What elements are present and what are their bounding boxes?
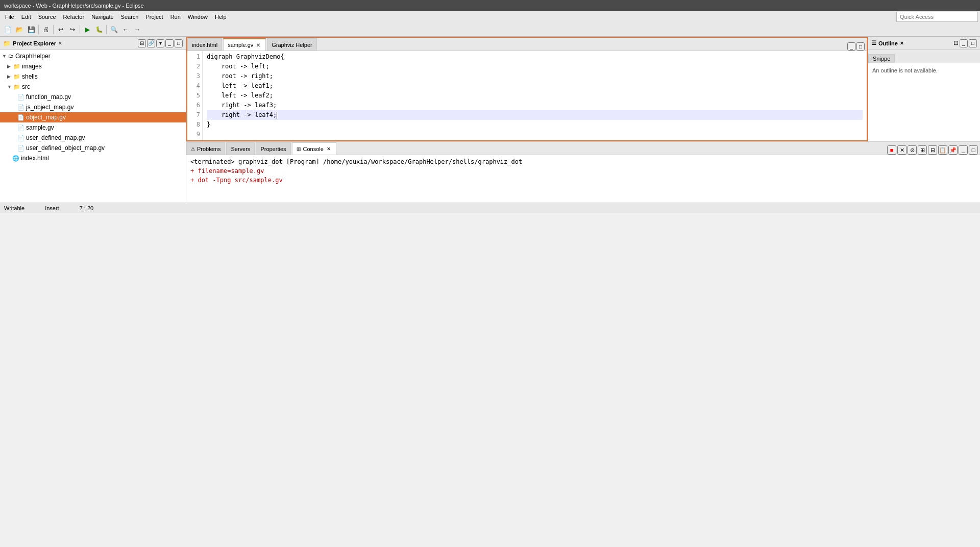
tab-graphviz-helper[interactable]: Graphviz Helper bbox=[267, 38, 316, 51]
menu-source[interactable]: Source bbox=[35, 13, 59, 21]
tree-item-images[interactable]: ▶ 📁 images bbox=[0, 61, 186, 71]
expand-shells: ▶ bbox=[7, 74, 12, 79]
menu-window[interactable]: Window bbox=[185, 13, 211, 21]
tab-index-html[interactable]: index.html bbox=[187, 38, 222, 51]
console-clear-btn[interactable]: ⊘ bbox=[908, 145, 917, 155]
tree-item-function-map[interactable]: 📄 function_map.gv bbox=[0, 92, 186, 102]
pe-view-menu-btn[interactable]: ▾ bbox=[156, 39, 164, 47]
quick-access-input[interactable] bbox=[896, 12, 978, 22]
menu-search[interactable]: Search bbox=[118, 13, 142, 21]
outline-content: An outline is not available. bbox=[868, 63, 980, 141]
code-editor[interactable]: digraph GraphvizDemo{ root -> left; root… bbox=[203, 51, 867, 140]
tree-label-images: images bbox=[22, 63, 42, 70]
tree-item-graphhelper[interactable]: ▼ 🗂 GraphHelper bbox=[0, 51, 186, 61]
tab-sample-gv[interactable]: sample.gv ✕ bbox=[223, 38, 266, 51]
pe-link-btn[interactable]: 🔗 bbox=[147, 39, 155, 47]
open-btn[interactable]: 📂 bbox=[14, 24, 25, 35]
pe-close-marker: ✕ bbox=[58, 41, 62, 46]
console-btn4[interactable]: ⊞ bbox=[918, 145, 927, 155]
console-btn7[interactable]: 📌 bbox=[948, 145, 958, 155]
menu-file[interactable]: File bbox=[2, 13, 17, 21]
pe-minimize-btn[interactable]: _ bbox=[165, 39, 174, 47]
tree-item-user-defined-object-map[interactable]: 📄 user_defined_object_map.gv bbox=[0, 143, 186, 153]
forward-btn[interactable]: → bbox=[132, 24, 143, 35]
line-num-4: 4 bbox=[187, 81, 200, 91]
code-line-7: right -> leaf4; bbox=[207, 110, 863, 120]
run-btn[interactable]: ▶ bbox=[82, 24, 93, 35]
title-text: workspace - Web - GraphHelper/src/sample… bbox=[4, 3, 144, 9]
outline-minimize-btn[interactable]: _ bbox=[960, 39, 968, 47]
tree-item-src[interactable]: ▼ 📁 src bbox=[0, 82, 186, 92]
code-line-1: digraph GraphvizDemo{ bbox=[207, 52, 863, 62]
tab-properties[interactable]: Properties bbox=[256, 142, 290, 155]
console-stop-btn[interactable]: ■ bbox=[887, 145, 896, 155]
line-num-3: 3 bbox=[187, 71, 200, 81]
tree-item-index-html[interactable]: 🌐 index.html bbox=[0, 153, 186, 163]
tree-item-shells[interactable]: ▶ 📁 shells bbox=[0, 71, 186, 82]
status-position: 7 : 20 bbox=[80, 205, 94, 211]
line-numbers: 1 2 3 4 5 6 7 8 9 bbox=[187, 51, 203, 140]
new-btn[interactable]: 📄 bbox=[2, 24, 13, 35]
tree-item-js-object-map[interactable]: 📄 js_object_map.gv bbox=[0, 102, 186, 112]
pe-collapse-btn[interactable]: ⊟ bbox=[138, 39, 146, 47]
pe-maximize-btn[interactable]: □ bbox=[175, 39, 183, 47]
console-output: <terminated> graphviz_dot [Program] /hom… bbox=[186, 155, 980, 203]
outline-header: ☰ Outline ✕ ⊡ _ □ bbox=[868, 37, 980, 50]
console-text-3: + dot -Tpng src/sample.gv bbox=[190, 177, 283, 184]
tree-label-index-html: index.html bbox=[21, 155, 49, 162]
console-btn6[interactable]: 📋 bbox=[938, 145, 947, 155]
code-line-6: right -> leaf3; bbox=[207, 101, 863, 110]
redo-btn[interactable]: ↪ bbox=[67, 24, 78, 35]
editor-minimize-btn[interactable]: _ bbox=[847, 42, 855, 51]
bottom-panel: ⚠ Problems Servers Properties ▥ Console … bbox=[186, 141, 980, 203]
editor-content[interactable]: 1 2 3 4 5 6 7 8 9 digraph GraphvizDemo{ … bbox=[187, 51, 867, 140]
menu-project[interactable]: Project bbox=[142, 13, 166, 21]
menu-run[interactable]: Run bbox=[167, 13, 184, 21]
tree-item-object-map[interactable]: 📄 object_map.gv bbox=[0, 112, 186, 122]
code-line-2: root -> left; bbox=[207, 62, 863, 71]
menu-refactor[interactable]: Refactor bbox=[60, 13, 88, 21]
code-line-3: root -> right; bbox=[207, 71, 863, 81]
search-btn[interactable]: 🔍 bbox=[108, 24, 119, 35]
console-minimize-btn[interactable]: _ bbox=[959, 145, 968, 155]
menu-help[interactable]: Help bbox=[212, 13, 230, 21]
tab-servers[interactable]: Servers bbox=[226, 142, 255, 155]
console-maximize-btn[interactable]: □ bbox=[969, 145, 978, 155]
console-text-2: + filename=sample.gv bbox=[190, 167, 264, 175]
tree-item-sample-gv[interactable]: 📄 sample.gv bbox=[0, 122, 186, 133]
debug-btn[interactable]: 🐛 bbox=[93, 24, 105, 35]
menu-navigate[interactable]: Navigate bbox=[88, 13, 116, 21]
undo-btn[interactable]: ↩ bbox=[55, 24, 66, 35]
line-num-9: 9 bbox=[187, 130, 200, 139]
outline-icon: ☰ bbox=[871, 40, 876, 46]
tab-close-console[interactable]: ✕ bbox=[326, 146, 332, 152]
console-line-2: + filename=sample.gv bbox=[190, 166, 976, 176]
print-btn[interactable]: 🖨 bbox=[40, 24, 52, 35]
sep3 bbox=[80, 25, 80, 34]
menu-edit[interactable]: Edit bbox=[18, 13, 34, 21]
file-icon-function-map: 📄 bbox=[17, 94, 24, 101]
tree-label-function-map: function_map.gv bbox=[26, 93, 71, 101]
console-btn5[interactable]: ⊟ bbox=[928, 145, 937, 155]
code-line-9 bbox=[207, 130, 863, 139]
tab-problems[interactable]: ⚠ Problems bbox=[186, 142, 225, 155]
editor-maximize-btn[interactable]: □ bbox=[856, 42, 865, 51]
back-btn[interactable]: ← bbox=[120, 24, 131, 35]
file-icon-user-defined-object-map: 📄 bbox=[17, 145, 24, 152]
tab-close-sample-gv[interactable]: ✕ bbox=[255, 42, 261, 48]
project-explorer-header: 📁 Project Explorer ✕ ⊟ 🔗 ▾ _ □ bbox=[0, 37, 186, 50]
tree-label-object-map: object_map.gv bbox=[26, 114, 66, 121]
outline-title: ☰ Outline ✕ bbox=[871, 40, 904, 46]
console-remove-btn[interactable]: ✕ bbox=[897, 145, 906, 155]
code-line-5: left -> leaf2; bbox=[207, 91, 863, 101]
outline-maximize-btn[interactable]: □ bbox=[969, 39, 977, 47]
save-btn[interactable]: 💾 bbox=[26, 24, 37, 35]
tab-console[interactable]: ▥ Console ✕ bbox=[292, 142, 336, 155]
console-actions: ■ ✕ ⊘ ⊞ ⊟ 📋 📌 _ □ bbox=[887, 145, 980, 155]
snippe-tab[interactable]: Snippe bbox=[868, 54, 895, 63]
sep2 bbox=[53, 25, 54, 34]
file-icon-object-map: 📄 bbox=[17, 114, 24, 121]
tree-label-user-defined-object-map: user_defined_object_map.gv bbox=[26, 144, 105, 152]
tree-item-user-defined-map[interactable]: 📄 user_defined_map.gv bbox=[0, 133, 186, 143]
editor-tabs: index.html sample.gv ✕ Graphviz Helper _… bbox=[187, 38, 867, 51]
